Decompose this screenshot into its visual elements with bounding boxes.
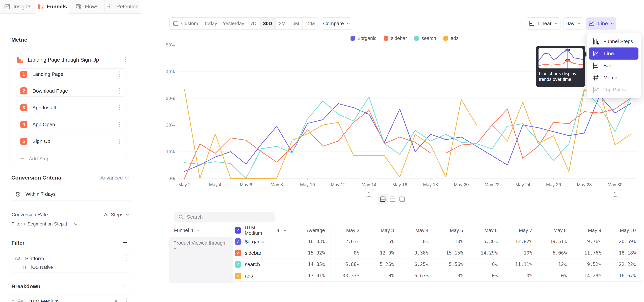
series-checkbox[interactable]: ✓ bbox=[235, 273, 241, 279]
range-label: 3M bbox=[279, 21, 286, 26]
add-filter-button[interactable]: + bbox=[123, 238, 127, 246]
value-cell: 13.91% bbox=[287, 273, 330, 278]
range-7d[interactable]: 7D bbox=[247, 18, 260, 29]
range-yesterday[interactable]: Yesterday bbox=[220, 18, 247, 29]
top-tab-bar: InsightsFunnelsFlowsRetention bbox=[0, 0, 142, 14]
series-checkbox[interactable]: ✓ bbox=[235, 250, 241, 256]
series-line-search[interactable] bbox=[184, 89, 630, 178]
value-cell: 16.67% bbox=[607, 273, 642, 278]
column-header-may-2[interactable]: May 2 bbox=[330, 228, 365, 233]
range-today[interactable]: Today bbox=[202, 18, 220, 29]
funnel-step-2[interactable]: 2Download Page bbox=[16, 85, 126, 97]
conversion-rate-value-dropdown[interactable]: All Steps bbox=[104, 212, 123, 218]
table-search[interactable] bbox=[174, 212, 275, 222]
insights-icon bbox=[4, 3, 10, 10]
step-menu-button[interactable] bbox=[117, 104, 122, 111]
breakdown-checkbox[interactable]: ✓ bbox=[235, 227, 241, 234]
funnel-column-header[interactable]: Funnel1 bbox=[170, 228, 235, 233]
range-custom[interactable]: Custom bbox=[170, 18, 202, 29]
filter-card[interactable]: Aa Platform Is iOS Native bbox=[10, 252, 133, 272]
step-number-badge: 5 bbox=[20, 138, 27, 145]
search-input[interactable] bbox=[187, 214, 271, 220]
range-3m[interactable]: 3M bbox=[276, 18, 289, 29]
series-line-ads[interactable] bbox=[184, 90, 630, 178]
value-cell: 0% bbox=[365, 273, 400, 278]
add-breakdown-button[interactable]: + bbox=[123, 282, 127, 290]
tab-retention[interactable]: Retention bbox=[105, 0, 140, 14]
column-header-may-5[interactable]: May 5 bbox=[434, 228, 469, 233]
step-menu-button[interactable] bbox=[117, 138, 122, 144]
column-header-may-8[interactable]: May 8 bbox=[538, 228, 572, 233]
breakdown-menu-button[interactable] bbox=[124, 298, 129, 302]
funnel-step-1[interactable]: 1Landing Page bbox=[16, 68, 126, 80]
tab-insights[interactable]: Insights bbox=[0, 0, 35, 14]
remove-breakdown-icon[interactable]: ✕ bbox=[114, 298, 118, 302]
tab-funnels[interactable]: Funnels bbox=[35, 0, 69, 14]
breakdown-column-header[interactable]: ✓UTM Medium4 bbox=[235, 225, 287, 236]
chevron-down-icon[interactable] bbox=[74, 223, 78, 225]
column-header-may-10[interactable]: May 10 bbox=[607, 228, 642, 233]
column-header-average[interactable]: Average bbox=[287, 228, 330, 233]
series-name-cell[interactable]: ✓$organic bbox=[235, 238, 287, 245]
step-menu-button[interactable] bbox=[117, 121, 122, 128]
series-name-cell[interactable]: ✓search bbox=[235, 261, 287, 268]
layout-chart-button[interactable] bbox=[388, 194, 398, 204]
menu-item-label: Funnel Steps bbox=[604, 38, 633, 44]
chevron-down-icon bbox=[610, 22, 614, 25]
value-cell: 5% bbox=[365, 239, 400, 244]
scale-dropdown[interactable]: Linear bbox=[526, 18, 560, 30]
menu-item-funnel-steps[interactable]: Funnel Steps bbox=[589, 36, 638, 48]
funnel-step-5[interactable]: 5Sign Up bbox=[16, 136, 126, 147]
funnel-metric-title: Landing Page through Sign Up bbox=[28, 57, 99, 63]
filter-segment-dropdown[interactable]: Filter + Segment on Step 1 bbox=[12, 221, 68, 227]
range-label: 7D bbox=[250, 21, 256, 26]
step-menu-button[interactable] bbox=[117, 88, 122, 94]
menu-item-line[interactable]: Line bbox=[589, 48, 638, 60]
menu-item-metric[interactable]: Metric bbox=[589, 72, 638, 84]
svg-text:May 28: May 28 bbox=[577, 182, 592, 187]
filter-menu-button[interactable] bbox=[124, 255, 129, 262]
advanced-dropdown[interactable]: Advanced bbox=[100, 175, 129, 181]
funnel-step-3[interactable]: 3App Install bbox=[16, 102, 126, 114]
series-name-cell[interactable]: ✓ads bbox=[235, 273, 287, 279]
breakdown-card[interactable]: ≡ Aa UTM Medium ✕ bbox=[10, 294, 133, 302]
svg-text:1: 1 bbox=[614, 191, 616, 196]
funnel-metric-menu-button[interactable] bbox=[123, 56, 128, 63]
granularity-dropdown[interactable]: Day bbox=[563, 18, 583, 30]
series-checkbox[interactable]: ✓ bbox=[235, 238, 241, 245]
conversion-criteria-title: Conversion Criteria bbox=[12, 175, 61, 181]
chevron-down-icon[interactable] bbox=[126, 214, 130, 216]
value-cell: 0% bbox=[503, 273, 538, 278]
search-icon bbox=[178, 214, 184, 220]
chart-type-dropdown[interactable]: Line bbox=[586, 18, 616, 30]
tab-flows[interactable]: Flows bbox=[69, 0, 105, 14]
conversion-window-button[interactable]: Within 7 days bbox=[10, 188, 133, 200]
column-header-may-9[interactable]: May 9 bbox=[572, 228, 607, 233]
series-checkbox[interactable]: ✓ bbox=[235, 261, 241, 268]
column-header-may-4[interactable]: May 4 bbox=[400, 228, 434, 233]
range-12m[interactable]: 12M bbox=[302, 18, 318, 29]
series-line-organic[interactable] bbox=[184, 96, 630, 171]
layout-split-button[interactable] bbox=[378, 194, 388, 204]
series-line-sidebar[interactable] bbox=[184, 98, 630, 178]
funnel-name-cell[interactable]: Product Viewed through P... bbox=[170, 237, 233, 283]
value-cell: 5.36% bbox=[469, 239, 503, 244]
column-header-may-3[interactable]: May 3 bbox=[365, 228, 400, 233]
hash-icon bbox=[592, 74, 600, 82]
add-step-button[interactable]: + Add Step bbox=[16, 153, 126, 164]
layout-table-button[interactable] bbox=[397, 194, 407, 204]
table-row-search: ✓search14.85%5.88%5.26%6.25%5.56%0%11.11… bbox=[170, 259, 642, 270]
drag-handle-icon[interactable]: ≡ bbox=[12, 298, 14, 302]
step-menu-button[interactable] bbox=[117, 71, 122, 78]
range-30d[interactable]: 30D bbox=[260, 18, 276, 29]
tooltip-mini-chart bbox=[538, 48, 583, 68]
compare-button[interactable]: Compare bbox=[321, 18, 352, 30]
menu-item-bar[interactable]: Bar bbox=[589, 60, 638, 72]
column-header-may-6[interactable]: May 6 bbox=[469, 228, 503, 233]
funnel-step-4[interactable]: 4App Open bbox=[16, 119, 126, 130]
column-header-may-7[interactable]: May 7 bbox=[503, 228, 538, 233]
range-6m[interactable]: 6M bbox=[289, 18, 302, 29]
series-name-cell[interactable]: ✓sidebar bbox=[235, 250, 287, 256]
series-name: search bbox=[245, 262, 260, 267]
svg-text:May 30: May 30 bbox=[608, 182, 622, 187]
